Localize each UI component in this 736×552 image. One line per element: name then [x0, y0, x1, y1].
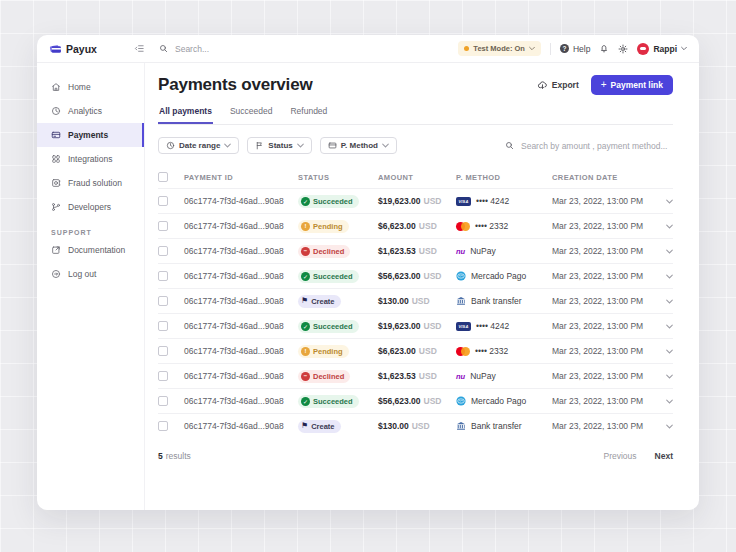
payment-id: 06c1774-7f3d-46ad...90a8: [184, 296, 298, 306]
row-checkbox[interactable]: [158, 246, 168, 256]
filter-date-range[interactable]: Date range: [158, 137, 239, 154]
home-icon: [51, 82, 61, 92]
row-expand-chevron-icon[interactable]: [659, 424, 673, 429]
payment-method-cell: •••• 2332: [456, 221, 552, 231]
payment-id: 06c1774-7f3d-46ad...90a8: [184, 196, 298, 206]
nupay-icon: nu: [456, 372, 465, 381]
row-expand-chevron-icon[interactable]: [659, 249, 673, 254]
next-button[interactable]: Next: [655, 451, 673, 461]
row-expand-chevron-icon[interactable]: [659, 274, 673, 279]
succeeded-status-icon: ✓: [301, 397, 310, 406]
select-all-checkbox[interactable]: [158, 172, 168, 182]
declined-status-icon: −: [301, 247, 310, 256]
creation-date: Mar 23, 2022, 13:00 PM: [552, 396, 659, 406]
settings-gear-icon[interactable]: [618, 44, 628, 54]
notifications-bell-icon[interactable]: [599, 44, 609, 54]
chevron-down-icon: [382, 143, 389, 148]
payment-id: 06c1774-7f3d-46ad...90a8: [184, 246, 298, 256]
table-row[interactable]: 06c1774-7f3d-46ad...90a8 ✓Succeeded $56,…: [158, 263, 673, 288]
row-checkbox[interactable]: [158, 221, 168, 231]
global-search[interactable]: [159, 43, 297, 55]
search-icon: [505, 141, 514, 150]
sidebar-item-home[interactable]: Home: [37, 75, 144, 99]
filter-label: Status: [268, 141, 292, 150]
pending-status-icon: !: [301, 222, 310, 231]
filter-p-method[interactable]: P. Method: [320, 137, 397, 154]
row-expand-chevron-icon[interactable]: [659, 374, 673, 379]
table-row[interactable]: 06c1774-7f3d-46ad...90a8 ✓Succeeded $19,…: [158, 188, 673, 213]
plus-icon: +: [601, 82, 607, 88]
filter-label: P. Method: [341, 141, 378, 150]
sidebar-item-integrations[interactable]: Integrations: [37, 147, 144, 171]
column-header-amount[interactable]: AMOUNT: [378, 173, 456, 182]
column-header-status[interactable]: STATUS: [298, 173, 378, 182]
table-row[interactable]: 06c1774-7f3d-46ad...90a8 ⚑Create $130.00…: [158, 413, 673, 438]
sidebar-item-log-out[interactable]: Log out: [37, 262, 144, 286]
test-mode-toggle[interactable]: Test Mode: On: [458, 41, 541, 56]
account-menu[interactable]: Rappi: [637, 43, 687, 55]
row-checkbox[interactable]: [158, 321, 168, 331]
table-row[interactable]: 06c1774-7f3d-46ad...90a8 −Declined $1,62…: [158, 363, 673, 388]
tab-refunded[interactable]: Refunded: [289, 106, 328, 124]
creation-date: Mar 23, 2022, 13:00 PM: [552, 196, 659, 206]
creation-date: Mar 23, 2022, 13:00 PM: [552, 221, 659, 231]
row-checkbox[interactable]: [158, 371, 168, 381]
sidebar-item-documentation[interactable]: Documentation: [37, 238, 144, 262]
row-checkbox[interactable]: [158, 196, 168, 206]
row-expand-chevron-icon[interactable]: [659, 199, 673, 204]
table-row[interactable]: 06c1774-7f3d-46ad...90a8 ✓Succeeded $19,…: [158, 313, 673, 338]
table-row[interactable]: 06c1774-7f3d-46ad...90a8 ✓Succeeded $56,…: [158, 388, 673, 413]
developers-icon: [51, 202, 61, 212]
column-header-p-method[interactable]: P. METHOD: [456, 173, 552, 182]
collapse-sidebar-icon[interactable]: [134, 43, 145, 54]
sidebar-item-payments[interactable]: Payments: [37, 123, 144, 147]
payment-link-button[interactable]: + Payment link: [591, 75, 673, 95]
table-search[interactable]: [505, 140, 673, 152]
row-expand-chevron-icon[interactable]: [659, 224, 673, 229]
column-header-payment-id[interactable]: PAYMENT ID: [184, 173, 298, 182]
row-checkbox[interactable]: [158, 271, 168, 281]
column-header-creation-date[interactable]: CREATION DATE: [552, 173, 659, 182]
row-checkbox[interactable]: [158, 346, 168, 356]
table-row[interactable]: 06c1774-7f3d-46ad...90a8 !Pending $6,623…: [158, 213, 673, 238]
sidebar-item-fraud-solution[interactable]: Fraud solution: [37, 171, 144, 195]
previous-button[interactable]: Previous: [603, 451, 636, 461]
payment-id: 06c1774-7f3d-46ad...90a8: [184, 221, 298, 231]
row-checkbox[interactable]: [158, 296, 168, 306]
tab-succeeded[interactable]: Succeeded: [229, 106, 274, 124]
payment-method-label: Bank transfer: [471, 296, 522, 306]
visa-icon: VISA: [456, 322, 471, 331]
row-checkbox[interactable]: [158, 396, 168, 406]
payment-method-cell: Bank transfer: [456, 296, 552, 306]
row-expand-chevron-icon[interactable]: [659, 324, 673, 329]
tab-all-payments[interactable]: All payments: [158, 106, 213, 124]
app-logo[interactable]: Payux: [49, 42, 97, 55]
creation-date: Mar 23, 2022, 13:00 PM: [552, 371, 659, 381]
row-expand-chevron-icon[interactable]: [659, 399, 673, 404]
mercadopago-icon: [456, 271, 466, 281]
card-icon: [328, 141, 337, 150]
status-badge-pending: !Pending: [298, 345, 349, 358]
table-row[interactable]: 06c1774-7f3d-46ad...90a8 −Declined $1,62…: [158, 238, 673, 263]
sidebar-item-developers[interactable]: Developers: [37, 195, 144, 219]
filter-status[interactable]: Status: [247, 137, 311, 154]
export-label: Export: [552, 80, 579, 90]
amount-cell: $56,623.00USD: [378, 271, 456, 281]
table-search-input[interactable]: [519, 140, 673, 152]
search-icon: [159, 44, 168, 53]
global-search-input[interactable]: [173, 43, 297, 55]
table-row[interactable]: 06c1774-7f3d-46ad...90a8 ⚑Create $130.00…: [158, 288, 673, 313]
sidebar-item-label: Integrations: [68, 154, 112, 164]
payment-method-label: •••• 4242: [476, 321, 509, 331]
sidebar-item-analytics[interactable]: Analytics: [37, 99, 144, 123]
export-button[interactable]: Export: [537, 80, 579, 91]
table-row[interactable]: 06c1774-7f3d-46ad...90a8 !Pending $6,623…: [158, 338, 673, 363]
row-checkbox[interactable]: [158, 421, 168, 431]
test-mode-dot-icon: [464, 46, 469, 51]
flag-icon: [255, 141, 264, 150]
help-button[interactable]: ? Help: [560, 44, 590, 54]
integrations-icon: [51, 154, 61, 164]
row-expand-chevron-icon[interactable]: [659, 349, 673, 354]
row-expand-chevron-icon[interactable]: [659, 299, 673, 304]
payment-method-label: NuPay: [470, 371, 496, 381]
